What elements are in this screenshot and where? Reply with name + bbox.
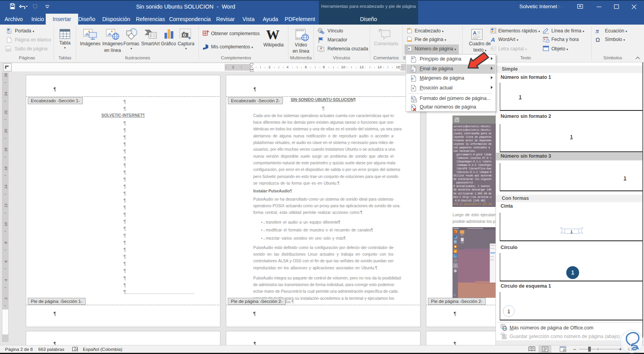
svg-text:A: A: [473, 30, 477, 36]
svg-text:A: A: [490, 45, 494, 51]
svg-text:1: 1: [571, 229, 572, 233]
svg-text:#: #: [411, 105, 413, 108]
svg-text:#: #: [411, 77, 413, 80]
svg-text:#: #: [412, 57, 414, 60]
svg-text:#: #: [411, 96, 413, 99]
svg-text:#: #: [408, 47, 410, 51]
svg-text:#: #: [412, 69, 414, 72]
svg-text:#: #: [412, 87, 414, 90]
